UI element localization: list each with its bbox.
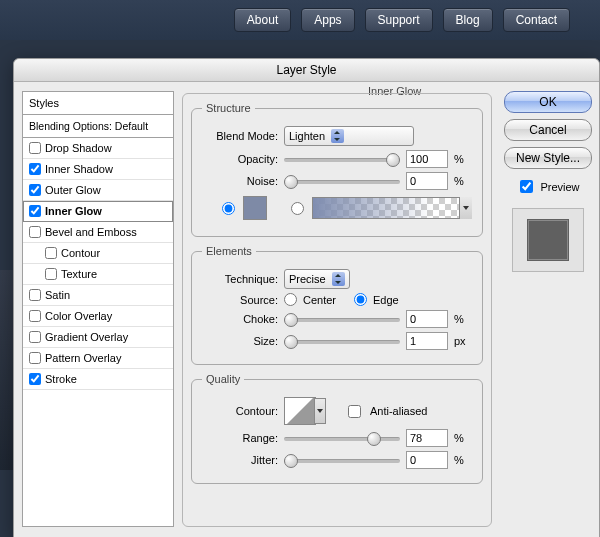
style-item-color-overlay[interactable]: Color Overlay [23,306,173,327]
preview-checkbox[interactable] [520,180,533,193]
nav-about[interactable]: About [234,8,291,32]
ok-button[interactable]: OK [504,91,592,113]
range-slider[interactable] [284,431,400,445]
source-edge-label: Edge [373,294,399,306]
jitter-unit: % [454,454,472,466]
blending-options[interactable]: Blending Options: Default [23,115,173,138]
glow-gradient-picker[interactable] [312,197,472,219]
nav-contact[interactable]: Contact [503,8,570,32]
updown-icon [332,272,345,286]
style-label: Outer Glow [45,184,101,196]
nav-apps[interactable]: Apps [301,8,354,32]
style-item-texture[interactable]: Texture [23,264,173,285]
style-item-inner-glow[interactable]: Inner Glow [23,201,173,222]
range-input[interactable] [406,429,448,447]
style-label: Bevel and Emboss [45,226,137,238]
size-label: Size: [202,335,278,347]
blend-mode-value: Lighten [289,130,325,142]
new-style-button[interactable]: New Style... [504,147,592,169]
cancel-button[interactable]: Cancel [504,119,592,141]
style-label: Drop Shadow [45,142,112,154]
opacity-label: Opacity: [202,153,278,165]
opacity-input[interactable] [406,150,448,168]
style-label: Inner Shadow [45,163,113,175]
noise-label: Noise: [202,175,278,187]
source-center-radio[interactable] [284,293,297,306]
size-unit: px [454,335,472,347]
blend-mode-select[interactable]: Lighten [284,126,414,146]
contour-picker[interactable] [284,397,316,425]
style-item-outer-glow[interactable]: Outer Glow [23,180,173,201]
style-item-contour[interactable]: Contour [23,243,173,264]
style-item-stroke[interactable]: Stroke [23,369,173,390]
style-checkbox[interactable] [29,373,41,385]
elements-group: Elements Technique: Precise Source: Cent… [191,245,483,365]
glow-color-solid-radio[interactable] [222,202,235,215]
style-item-pattern-overlay[interactable]: Pattern Overlay [23,348,173,369]
preview-box [512,208,584,272]
style-checkbox[interactable] [45,247,57,259]
quality-group: Quality Contour: Anti-aliased Range: % J… [191,373,483,484]
jitter-label: Jitter: [202,454,278,466]
noise-unit: % [454,175,472,187]
style-checkbox[interactable] [29,163,41,175]
choke-label: Choke: [202,313,278,325]
size-slider[interactable] [284,334,400,348]
noise-slider[interactable] [284,174,400,188]
choke-slider[interactable] [284,312,400,326]
style-checkbox[interactable] [29,331,41,343]
chevron-down-icon[interactable] [314,398,326,424]
range-unit: % [454,432,472,444]
contour-label: Contour: [202,405,278,417]
styles-list: Styles Blending Options: Default Drop Sh… [22,91,174,527]
style-item-inner-shadow[interactable]: Inner Shadow [23,159,173,180]
site-nav: About Apps Support Blog Contact [0,0,600,40]
range-label: Range: [202,432,278,444]
noise-input[interactable] [406,172,448,190]
updown-icon [331,129,344,143]
size-input[interactable] [406,332,448,350]
nav-support[interactable]: Support [365,8,433,32]
style-checkbox[interactable] [29,142,41,154]
style-checkbox[interactable] [29,184,41,196]
quality-legend: Quality [202,373,244,385]
opacity-slider[interactable] [284,152,400,166]
source-label: Source: [202,294,278,306]
style-label: Color Overlay [45,310,112,322]
style-item-drop-shadow[interactable]: Drop Shadow [23,138,173,159]
style-checkbox[interactable] [29,310,41,322]
chevron-down-icon[interactable] [459,197,472,219]
style-item-bevel-and-emboss[interactable]: Bevel and Emboss [23,222,173,243]
jitter-input[interactable] [406,451,448,469]
styles-header[interactable]: Styles [23,92,173,115]
style-label: Inner Glow [45,205,102,217]
technique-select[interactable]: Precise [284,269,350,289]
anti-aliased-label: Anti-aliased [370,405,427,417]
opacity-unit: % [454,153,472,165]
source-edge-radio[interactable] [354,293,367,306]
choke-input[interactable] [406,310,448,328]
source-center-label: Center [303,294,336,306]
style-label: Texture [61,268,97,280]
glow-color-gradient-radio[interactable] [291,202,304,215]
anti-aliased-checkbox[interactable] [348,405,361,418]
style-item-satin[interactable]: Satin [23,285,173,306]
style-checkbox[interactable] [45,268,57,280]
style-checkbox[interactable] [29,289,41,301]
style-item-gradient-overlay[interactable]: Gradient Overlay [23,327,173,348]
jitter-slider[interactable] [284,453,400,467]
blend-mode-label: Blend Mode: [202,130,278,142]
style-label: Contour [61,247,100,259]
style-label: Pattern Overlay [45,352,121,364]
style-checkbox[interactable] [29,352,41,364]
style-checkbox[interactable] [29,226,41,238]
style-label: Satin [45,289,70,301]
structure-group: Structure Blend Mode: Lighten Opacity: %… [191,102,483,237]
background-art [0,270,13,470]
effect-settings: Inner Glow Structure Blend Mode: Lighten… [182,87,492,527]
style-checkbox[interactable] [29,205,41,217]
nav-blog[interactable]: Blog [443,8,493,32]
elements-legend: Elements [202,245,256,257]
style-label: Stroke [45,373,77,385]
glow-color-swatch[interactable] [243,196,267,220]
